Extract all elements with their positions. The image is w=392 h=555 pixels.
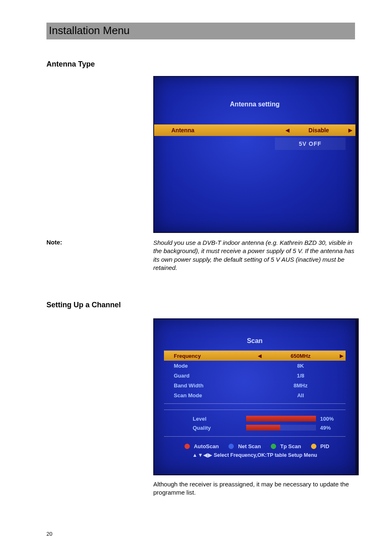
osd-scan-title: Scan	[154, 319, 355, 345]
osd-5v-status: 5V OFF	[275, 138, 346, 150]
osd-title: Antenna setting	[154, 77, 355, 108]
legend-netscan: Net Scan	[238, 443, 261, 449]
osd-row-scanmode[interactable]: Scan Mode All	[164, 390, 346, 400]
arrow-right-icon[interactable]: ▶	[337, 353, 346, 359]
osd-row-frequency[interactable]: Frequency ◀ 650MHz ▶	[164, 351, 346, 361]
osd-row-value: 1/8	[264, 373, 337, 379]
osd-row-value: 8MHz	[264, 382, 337, 389]
screenshot-scan: Scan Frequency ◀ 650MHz ▶ Mode 8K Guard	[153, 318, 359, 475]
dot-yellow-icon[interactable]	[311, 444, 316, 449]
nav-arrows-icon: ▲▼◀▶	[192, 452, 212, 458]
osd-signal-meters: Level 100% Quality 49%	[164, 410, 346, 437]
osd-row-label: Mode	[164, 363, 256, 369]
arrow-left-icon[interactable]: ◀	[256, 353, 264, 359]
osd-antenna-label: Antenna	[154, 127, 282, 134]
meter-percent: 100%	[320, 416, 345, 422]
osd-scan-settings: Frequency ◀ 650MHz ▶ Mode 8K Guard 1/8	[164, 350, 346, 404]
osd-row-label: Frequency	[164, 353, 256, 359]
screenshot-antenna-setting: Antenna setting Antenna ◀ Disable ▶ 5V O…	[153, 76, 359, 233]
meter-quality: Quality 49%	[164, 423, 346, 432]
note-label: Note:	[46, 239, 153, 272]
meter-label: Level	[164, 416, 246, 422]
meter-bar	[246, 425, 316, 431]
meter-percent: 49%	[320, 425, 345, 431]
osd-row-guard[interactable]: Guard 1/8	[164, 371, 346, 380]
osd-hint: ▲▼◀▶ Select Frequency,OK:TP table Setup …	[154, 452, 355, 458]
dot-red-icon[interactable]	[184, 444, 190, 449]
osd-antenna-row[interactable]: Antenna ◀ Disable ▶	[154, 124, 355, 136]
osd-row-value: 8K	[264, 363, 337, 369]
legend-autoscan: AutoScan	[194, 443, 219, 449]
paragraph-after-scan: Although the receiver is preassigned, it…	[153, 480, 355, 497]
osd-row-label: Scan Mode	[164, 392, 256, 398]
page-number: 20	[46, 531, 52, 537]
note-text: Should you use a DVB-T indoor antenna (e…	[153, 239, 355, 272]
osd-row-label: Band Width	[164, 382, 256, 389]
arrow-left-icon[interactable]: ◀	[282, 127, 293, 133]
legend-tpscan: Tp Scan	[280, 443, 301, 449]
dot-blue-icon[interactable]	[228, 444, 234, 449]
legend-pid: PID	[321, 443, 330, 449]
osd-row-bandwidth[interactable]: Band Width 8MHz	[164, 380, 346, 390]
arrow-right-icon[interactable]: ▶	[345, 127, 355, 133]
osd-antenna-value: Disable	[293, 127, 345, 134]
osd-legend: AutoScan Net Scan Tp Scan PID	[154, 443, 355, 449]
dot-green-icon[interactable]	[271, 444, 276, 449]
page-title-bar: Installation Menu	[46, 23, 355, 39]
meter-bar	[246, 416, 316, 421]
osd-hint-text: Select Frequency,OK:TP table Setup Menu	[214, 452, 317, 458]
heading-antenna-type: Antenna Type	[46, 60, 355, 69]
meter-level: Level 100%	[164, 414, 346, 423]
osd-row-value: All	[264, 392, 337, 398]
osd-row-mode[interactable]: Mode 8K	[164, 361, 346, 371]
meter-label: Quality	[164, 425, 246, 431]
osd-row-value: 650MHz	[264, 353, 337, 359]
heading-setting-up-channel: Setting Up a Channel	[46, 301, 355, 309]
osd-row-label: Guard	[164, 373, 256, 379]
